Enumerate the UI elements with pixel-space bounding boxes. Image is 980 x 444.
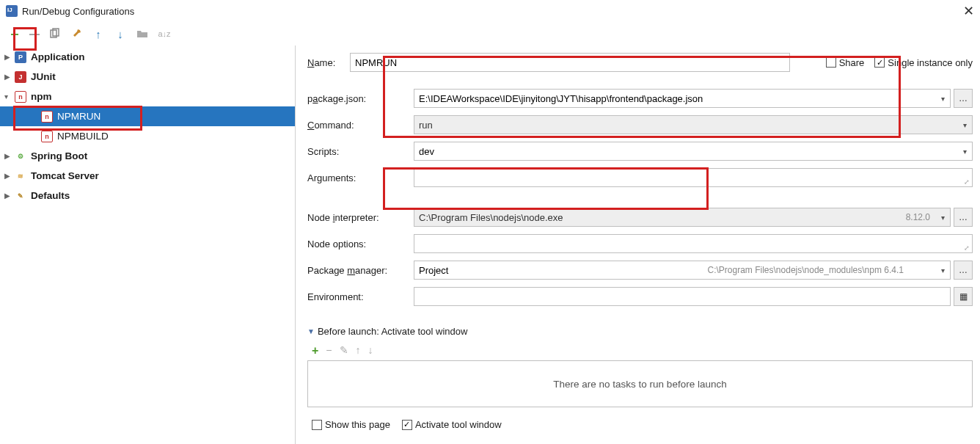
environment-label: Environment:	[307, 291, 414, 302]
bl-edit-icon[interactable]: ✎	[340, 344, 348, 357]
environment-browse-button[interactable]: ▦	[954, 287, 973, 306]
move-up-icon[interactable]: ↑	[91, 26, 106, 41]
environment-input[interactable]	[414, 287, 951, 306]
scripts-select[interactable]	[414, 142, 973, 161]
close-icon[interactable]: ✕	[963, 3, 974, 19]
command-select[interactable]	[414, 115, 973, 134]
package-json-browse-button[interactable]: …	[954, 89, 973, 108]
bl-add-icon[interactable]: +	[312, 344, 318, 357]
command-label: Command:	[307, 120, 414, 131]
node-interpreter-browse-button[interactable]: …	[954, 208, 973, 227]
sort-icon[interactable]: a↓z	[157, 26, 172, 41]
package-manager-browse-button[interactable]: …	[954, 261, 973, 280]
bl-up-icon[interactable]: ↑	[356, 344, 361, 357]
arguments-input[interactable]	[414, 168, 973, 187]
node-options-input[interactable]	[414, 234, 973, 253]
before-launch-empty-text: There are no tasks to run before launch	[553, 379, 726, 390]
tree-item-npm[interactable]: ▾nnpm	[0, 87, 295, 106]
package-manager-label: Package manager:	[307, 265, 414, 276]
folder-icon[interactable]	[135, 26, 150, 41]
move-down-icon[interactable]: ↓	[113, 26, 128, 41]
name-label: Name:	[307, 57, 350, 68]
before-launch-toolbar: + − ✎ ↑ ↓	[307, 341, 973, 360]
single-instance-checkbox[interactable]: Single instance only	[874, 57, 973, 68]
config-form: Name: SSharehare Single instance only pa…	[296, 46, 980, 444]
title-bar: Run/Debug Configurations ✕	[0, 0, 980, 22]
tree-item-defaults[interactable]: ▶✎Defaults	[0, 186, 295, 205]
config-tree-panel: ▶PApplication ▶JJUnit ▾nnpm nNPMRUN nNPM…	[0, 46, 296, 444]
tree-item-npmrun[interactable]: nNPMRUN	[0, 106, 295, 126]
tree-item-npmbuild[interactable]: nNPMBUILD	[0, 126, 295, 146]
bl-down-icon[interactable]: ↓	[368, 344, 373, 357]
add-config-icon[interactable]: ＋	[7, 26, 22, 41]
node-interpreter-select[interactable]	[414, 208, 951, 227]
config-toolbar: ＋ ↑ ↓ a↓z	[0, 22, 980, 46]
node-options-label: Node options:	[307, 239, 414, 250]
show-this-page-checkbox[interactable]: Show this page	[312, 419, 390, 430]
copy-config-icon[interactable]	[47, 26, 62, 41]
scripts-label: Scripts:	[307, 146, 414, 157]
window-title: Run/Debug Configurations	[22, 6, 963, 17]
before-launch-list: There are no tasks to run before launch	[307, 360, 973, 407]
arguments-label: Arguments:	[307, 172, 414, 183]
before-launch-header[interactable]: ▼ Beefore launch: Activate tool window	[307, 326, 973, 337]
tree-item-tomcat[interactable]: ▶≋Tomcat Server	[0, 166, 295, 186]
node-interpreter-label: Node interpreter:	[307, 212, 414, 223]
tree-item-application[interactable]: ▶PApplication	[0, 47, 295, 67]
remove-config-icon[interactable]	[29, 34, 40, 35]
edit-defaults-icon[interactable]	[69, 26, 84, 41]
tree-item-junit[interactable]: ▶JJUnit	[0, 67, 295, 87]
app-icon	[6, 5, 18, 17]
bl-remove-icon[interactable]: −	[326, 344, 332, 357]
package-json-input[interactable]	[414, 89, 951, 108]
package-manager-select[interactable]	[414, 261, 951, 280]
package-json-label: package.json:	[307, 93, 414, 104]
name-input[interactable]	[350, 53, 790, 72]
activate-tool-window-checkbox[interactable]: Activate tool window	[402, 419, 502, 430]
share-checkbox[interactable]: SSharehare	[826, 57, 865, 68]
tree-item-springboot[interactable]: ▶⚙Spring Boot	[0, 146, 295, 166]
